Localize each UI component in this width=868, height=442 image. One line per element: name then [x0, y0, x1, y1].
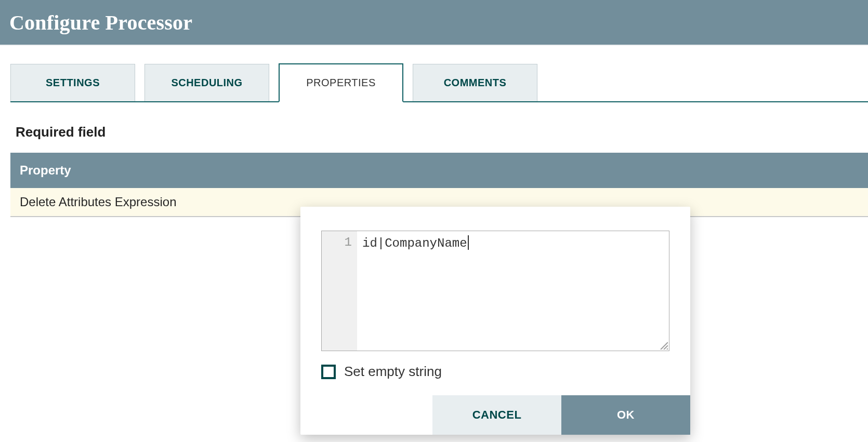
tab-bar: SETTINGS SCHEDULING PROPERTIES COMMENTS [10, 63, 868, 102]
dialog-title: Configure Processor [9, 10, 192, 35]
tab-scheduling[interactable]: SCHEDULING [144, 64, 269, 101]
code-editor[interactable]: 1 id|CompanyName [321, 231, 669, 351]
text-cursor [468, 235, 469, 250]
value-editor-popup: 1 id|CompanyName Set empty string CANCEL… [300, 207, 690, 435]
properties-header-property: Property [10, 153, 868, 188]
empty-string-checkbox[interactable] [321, 365, 336, 379]
editor-value-text: id|CompanyName [362, 236, 467, 250]
resize-grip-icon[interactable] [659, 340, 668, 350]
empty-string-row: Set empty string [321, 364, 669, 380]
dialog-body: SETTINGS SCHEDULING PROPERTIES COMMENTS … [0, 46, 868, 217]
popup-button-row: CANCEL OK [300, 395, 690, 435]
svg-line-2 [667, 349, 668, 350]
ok-button[interactable]: OK [561, 395, 690, 435]
dialog-header: Configure Processor [0, 0, 868, 46]
tab-properties[interactable]: PROPERTIES [279, 63, 403, 102]
empty-string-label: Set empty string [344, 364, 442, 380]
code-editor-gutter: 1 [322, 231, 357, 351]
line-number: 1 [345, 235, 352, 249]
code-editor-textarea[interactable]: id|CompanyName [357, 231, 669, 351]
tab-settings[interactable]: SETTINGS [10, 64, 135, 101]
tab-comments[interactable]: COMMENTS [413, 64, 537, 101]
required-field-label: Required field [16, 124, 868, 140]
cancel-button[interactable]: CANCEL [432, 395, 561, 435]
